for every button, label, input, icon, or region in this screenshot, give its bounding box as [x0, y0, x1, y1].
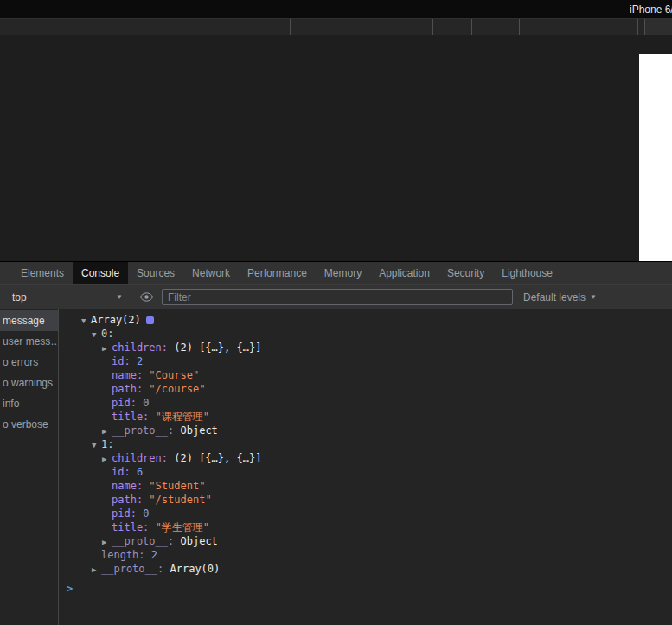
- property-key: id:: [112, 466, 137, 478]
- devtools-tab-bar: ElementsConsoleSourcesNetworkPerformance…: [0, 262, 672, 285]
- chevron-down-icon: ▼: [116, 293, 123, 301]
- property-value: 2: [151, 549, 157, 561]
- property-value: "/course": [149, 383, 205, 395]
- console-tree-row: ▶__proto__: Array(0): [59, 562, 672, 576]
- page-viewport: [0, 36, 672, 261]
- disclosure-triangle-icon[interactable]: ▼: [81, 314, 91, 328]
- property-key: length:: [101, 549, 151, 561]
- prompt-chevron-icon: >: [59, 583, 73, 595]
- tab-elements[interactable]: Elements: [12, 262, 73, 284]
- property-key: name:: [112, 480, 149, 492]
- console-tree-row: title: "课程管理": [59, 410, 672, 424]
- sidebar-item[interactable]: user mess…: [0, 331, 58, 352]
- property-key: pid:: [112, 397, 143, 409]
- property-value: Object: [180, 424, 217, 437]
- property-value: "课程管理": [156, 411, 209, 423]
- property-value: 6: [137, 466, 143, 478]
- console-tree-row: pid: 0: [59, 396, 672, 410]
- property-value: Array(2): [91, 314, 141, 326]
- console-tree-row: title: "学生管理": [59, 520, 672, 534]
- disclosure-triangle-icon[interactable]: ▶: [102, 452, 112, 466]
- console-tree-row: ▶children: (2) [{…}, {…}]: [59, 341, 672, 354]
- tab-sources[interactable]: Sources: [128, 262, 183, 284]
- tab-network[interactable]: Network: [183, 262, 239, 284]
- device-toolbar: iPhone 6/: [0, 0, 672, 19]
- chevron-down-icon: ▼: [590, 293, 597, 301]
- property-value: "/student": [149, 494, 211, 506]
- property-value: 2: [137, 355, 143, 367]
- disclosure-triangle-icon[interactable]: ▶: [102, 341, 112, 355]
- property-key: path:: [112, 494, 149, 506]
- property-value: "Course": [149, 369, 199, 381]
- console-tree-row: id: 6: [59, 465, 672, 479]
- property-key: title:: [112, 411, 156, 423]
- console-tree-row: ▶__proto__: Object: [59, 424, 672, 437]
- console-toolbar: top ▼ Default levels ▼: [0, 285, 672, 309]
- property-value: Object: [180, 535, 217, 547]
- console-tree-row: path: "/student": [59, 493, 672, 507]
- disclosure-triangle-icon[interactable]: ▶: [102, 424, 112, 438]
- property-value: 0: [143, 507, 149, 520]
- column-divider: [519, 19, 520, 35]
- tab-security[interactable]: Security: [438, 262, 493, 284]
- property-key: name:: [112, 369, 149, 381]
- property-value: (2) [{…}, {…}]: [174, 341, 261, 354]
- context-selector[interactable]: top ▼: [0, 291, 130, 303]
- default-levels-dropdown[interactable]: Default levels ▼: [523, 291, 597, 303]
- property-value: "学生管理": [156, 521, 209, 533]
- property-key: title:: [112, 521, 156, 533]
- property-key: id:: [112, 355, 137, 367]
- sidebar-item[interactable]: message: [0, 310, 58, 331]
- console-tree-row: length: 2: [59, 548, 672, 562]
- sidebar-item[interactable]: info: [0, 393, 58, 414]
- console-tree-row: ▶__proto__: Object: [59, 534, 672, 548]
- live-expression-button[interactable]: [140, 292, 153, 302]
- column-divider: [432, 19, 433, 35]
- console-tree-row: ▼1:: [59, 437, 672, 451]
- sidebar-item[interactable]: o verbose: [0, 414, 58, 435]
- blue-badge-icon: [146, 316, 154, 324]
- filter-input[interactable]: [162, 289, 513, 305]
- console-tree-row: ▼Array(2): [59, 313, 672, 327]
- console-tree-row: path: "/course": [59, 382, 672, 396]
- property-value: Array(0): [170, 563, 220, 575]
- tab-application[interactable]: Application: [370, 262, 438, 284]
- tab-console[interactable]: Console: [73, 262, 128, 284]
- property-value: 0: [143, 397, 149, 409]
- property-key: __proto__:: [112, 424, 180, 437]
- property-key: __proto__:: [112, 535, 180, 547]
- console-tree-row: pid: 0: [59, 507, 672, 520]
- tab-memory[interactable]: Memory: [316, 262, 370, 284]
- header-cell: [644, 19, 672, 35]
- property-value: "Student": [149, 480, 205, 492]
- white-panel: [639, 54, 672, 261]
- screen: iPhone 6/ ElementsConsoleSourcesNetworkP…: [0, 0, 672, 625]
- console-sidebar: messageuser mess…o errorso warningsinfoo…: [0, 309, 59, 625]
- property-key: __proto__:: [101, 563, 170, 575]
- console-messages: ▼Array(2)▼0: ▶children: (2) [{…}, {…}]id…: [59, 309, 672, 625]
- property-key: children:: [112, 452, 174, 464]
- console-tree-row: name: "Student": [59, 479, 672, 493]
- column-divider: [290, 19, 291, 35]
- page-header-row: [0, 19, 672, 35]
- disclosure-triangle-icon[interactable]: ▶: [92, 563, 101, 577]
- console-tree-row: id: 2: [59, 354, 672, 368]
- eye-icon: [140, 292, 153, 302]
- property-key: pid:: [112, 507, 143, 520]
- sidebar-item[interactable]: o errors: [0, 352, 58, 373]
- column-divider: [471, 19, 472, 35]
- device-label[interactable]: iPhone 6/: [630, 3, 672, 16]
- tab-performance[interactable]: Performance: [239, 262, 316, 284]
- console-prompt[interactable]: >: [59, 581, 672, 596]
- disclosure-triangle-icon[interactable]: ▼: [92, 438, 101, 452]
- tab-lighthouse[interactable]: Lighthouse: [493, 262, 561, 284]
- sidebar-item[interactable]: o warnings: [0, 373, 58, 393]
- disclosure-triangle-icon[interactable]: ▼: [92, 328, 101, 341]
- context-selector-label: top: [12, 291, 27, 303]
- column-divider: [644, 19, 645, 35]
- disclosure-triangle-icon[interactable]: ▶: [102, 535, 112, 549]
- console-tree: ▼Array(2)▼0: ▶children: (2) [{…}, {…}]id…: [59, 313, 672, 576]
- column-divider: [637, 19, 638, 35]
- property-key: 0:: [101, 328, 120, 340]
- property-key: path:: [112, 383, 149, 395]
